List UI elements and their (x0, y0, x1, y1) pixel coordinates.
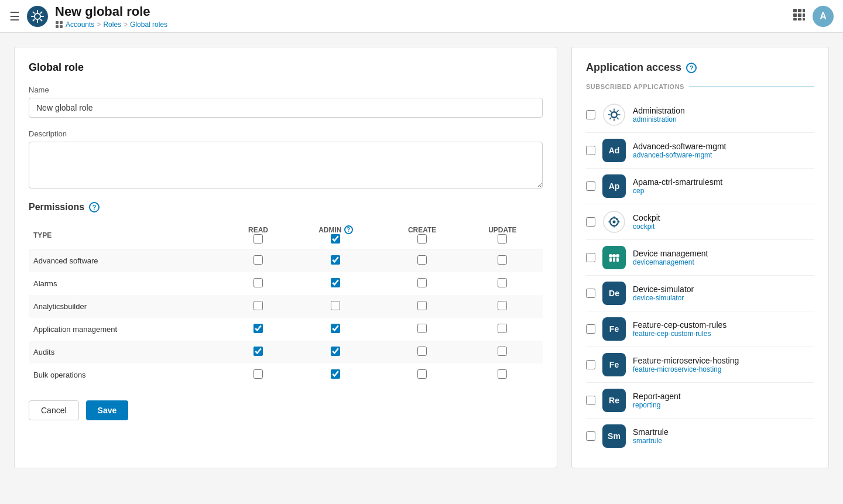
perm-create-checkbox[interactable] (417, 278, 427, 287)
app-checkbox[interactable] (586, 217, 595, 227)
perm-admin-checkbox[interactable] (331, 255, 340, 265)
svg-rect-11 (793, 18, 797, 20)
app-icon-text: Ap (602, 174, 626, 198)
breadcrumb-global-roles[interactable]: Global roles (130, 20, 167, 29)
description-input[interactable] (29, 142, 543, 188)
grid-icon[interactable] (793, 8, 806, 24)
perm-admin-checkbox[interactable] (331, 301, 340, 310)
svg-point-20 (612, 254, 616, 258)
app-info: Advanced-software-mgmtadvanced-software-… (633, 142, 814, 159)
main-content: Global role Name Description Permissions… (0, 33, 843, 482)
app-info: Administrationadministration (633, 106, 814, 124)
app-name: Report-agent (633, 392, 814, 401)
app-access-help-icon[interactable]: ? (686, 63, 697, 73)
svg-rect-10 (803, 13, 805, 17)
app-name: Feature-cep-custom-rules (633, 320, 814, 330)
perm-admin-cell (289, 249, 382, 273)
menu-icon[interactable]: ☰ (9, 9, 20, 23)
perm-update-checkbox[interactable] (498, 347, 507, 356)
app-icon-text: Fe (602, 317, 626, 341)
app-checkbox[interactable] (586, 324, 595, 334)
perm-read-checkbox[interactable] (253, 255, 263, 265)
app-checkbox[interactable] (586, 396, 595, 405)
app-checkbox[interactable] (586, 431, 595, 441)
svg-point-17 (613, 221, 616, 224)
perm-admin-cell (289, 318, 382, 341)
svg-point-0 (27, 6, 48, 27)
perm-create-cell (382, 295, 462, 318)
header-create-checkbox[interactable] (417, 234, 427, 244)
header-read-checkbox[interactable] (253, 234, 263, 244)
header-admin-checkbox[interactable] (331, 234, 340, 244)
perm-create-checkbox[interactable] (417, 347, 427, 356)
perm-create-checkbox[interactable] (417, 301, 427, 310)
perm-create-checkbox[interactable] (417, 324, 427, 333)
description-label: Description (29, 129, 543, 138)
permissions-title: Permissions (29, 202, 84, 212)
app-name: Advanced-software-mgmt (633, 142, 814, 151)
col-admin: ADMIN ? (289, 222, 382, 249)
perm-update-checkbox[interactable] (498, 255, 507, 265)
perm-create-cell (382, 364, 462, 386)
save-button[interactable]: Save (86, 400, 129, 420)
breadcrumb-accounts[interactable]: Accounts (66, 20, 94, 29)
subscribed-label: SUBSCRIBED APPLICATIONS (586, 83, 814, 90)
perm-admin-checkbox[interactable] (331, 324, 340, 333)
perm-create-checkbox[interactable] (417, 369, 427, 379)
app-checkbox[interactable] (586, 146, 595, 155)
perm-read-checkbox[interactable] (253, 301, 263, 310)
perm-read-checkbox[interactable] (253, 347, 263, 356)
perm-update-cell (462, 249, 543, 273)
perm-update-checkbox[interactable] (498, 324, 507, 333)
app-icon-text: De (602, 282, 626, 305)
header-update-checkbox[interactable] (498, 234, 507, 244)
app-key: cep (633, 187, 814, 195)
app-key: devicemanagement (633, 258, 814, 266)
application-access-panel: Application access ? SUBSCRIBED APPLICAT… (571, 47, 829, 468)
title-group: New global role Accounts > Roles > Globa… (55, 4, 167, 29)
perm-read-checkbox[interactable] (253, 369, 263, 379)
cancel-button[interactable]: Cancel (29, 400, 79, 420)
app-checkbox[interactable] (586, 181, 595, 191)
perm-admin-checkbox[interactable] (331, 369, 340, 379)
list-item: SmSmartrulesmartrule (586, 419, 814, 454)
table-row: Advanced software (29, 249, 543, 273)
perm-type-cell: Bulk operations (29, 364, 227, 386)
perm-read-checkbox[interactable] (253, 324, 263, 333)
perm-update-checkbox[interactable] (498, 369, 507, 379)
svg-point-18 (609, 254, 612, 258)
permissions-help-icon[interactable]: ? (89, 202, 100, 212)
table-row: Analyticsbuilder (29, 295, 543, 318)
app-key: smartrule (633, 437, 814, 445)
perm-admin-checkbox[interactable] (331, 278, 340, 287)
perm-update-checkbox[interactable] (498, 301, 507, 310)
breadcrumb: Accounts > Roles > Global roles (55, 20, 167, 29)
svg-rect-8 (793, 13, 797, 17)
perm-admin-cell (289, 364, 382, 386)
svg-rect-21 (609, 258, 612, 262)
perm-update-cell (462, 341, 543, 364)
perm-read-cell (227, 364, 289, 386)
perm-create-checkbox[interactable] (417, 255, 427, 265)
breadcrumb-roles[interactable]: Roles (103, 20, 121, 29)
description-field-group: Description (29, 129, 543, 190)
perm-read-checkbox[interactable] (253, 278, 263, 287)
app-checkbox[interactable] (586, 360, 595, 369)
app-info: Device-simulatordevice-simulator (633, 284, 814, 302)
header-right: A (793, 6, 834, 27)
perm-type-cell: Advanced software (29, 249, 227, 273)
app-checkbox[interactable] (586, 253, 595, 262)
perm-admin-checkbox[interactable] (331, 347, 340, 356)
svg-rect-3 (56, 25, 59, 28)
perm-update-checkbox[interactable] (498, 278, 507, 287)
admin-help-icon[interactable]: ? (344, 225, 353, 234)
perm-read-cell (227, 318, 289, 341)
user-avatar[interactable]: A (813, 6, 834, 27)
svg-rect-13 (803, 18, 805, 20)
app-key: cockpit (633, 222, 814, 231)
svg-point-19 (616, 254, 619, 258)
name-input[interactable] (29, 98, 543, 118)
app-checkbox[interactable] (586, 110, 595, 119)
app-checkbox[interactable] (586, 289, 595, 298)
list-item: AdAdvanced-software-mgmtadvanced-softwar… (586, 133, 814, 169)
